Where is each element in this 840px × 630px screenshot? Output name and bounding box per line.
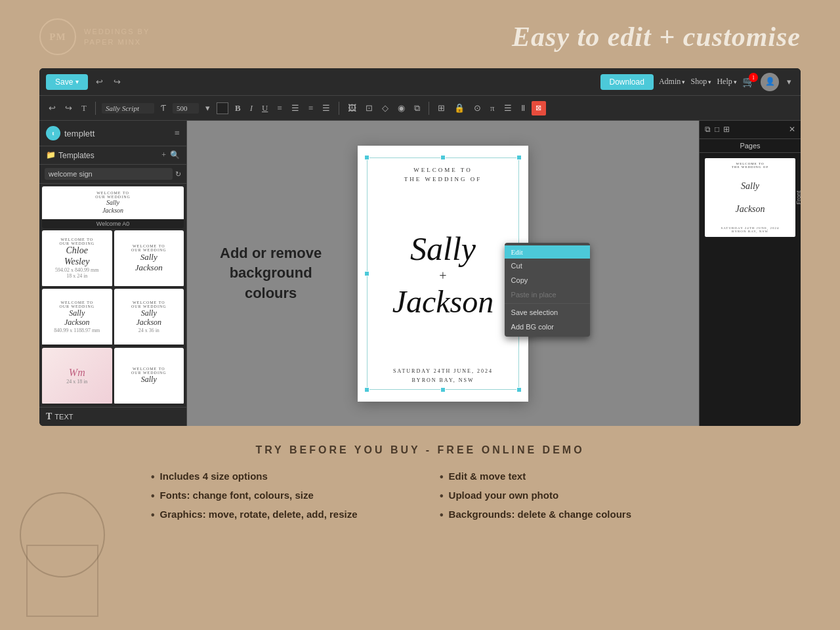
bold-icon[interactable]: B bbox=[232, 102, 243, 115]
crop-icon[interactable]: ⊡ bbox=[363, 102, 375, 115]
bullet-4: • bbox=[440, 471, 444, 483]
page-thumbnail[interactable]: WELCOME TOTHE WEDDING OF Sally Jackson S… bbox=[705, 158, 795, 237]
folder-icon: 📁 bbox=[46, 150, 56, 160]
list-item[interactable]: WELCOME TOOUR WEDDING ChloeWesley 594.02… bbox=[42, 230, 112, 287]
handle-bm[interactable] bbox=[440, 387, 446, 392]
handle-tr[interactable] bbox=[516, 155, 522, 160]
align-right-icon[interactable]: ≡ bbox=[306, 102, 316, 115]
list-item[interactable]: Wm 24 x 18 in bbox=[42, 348, 112, 404]
save-selection-menu-item[interactable]: Save selection bbox=[505, 305, 590, 320]
bullet-5: • bbox=[440, 490, 444, 502]
document-card[interactable]: WELCOME TO THE WEDDING OF Sally + Jackso… bbox=[358, 146, 528, 402]
features-grid: • Includes 4 size options • Edit & move … bbox=[151, 471, 689, 521]
bullet-3: • bbox=[151, 509, 155, 521]
right-panel-top: ⧉ □ ⊞ ✕ bbox=[700, 121, 801, 139]
list-item[interactable]: WELCOME TOOUR WEDDING SallyJackson 24 x … bbox=[114, 289, 184, 345]
handle-bl[interactable] bbox=[364, 387, 369, 392]
page-side-label: Front bbox=[795, 190, 801, 204]
paste-in-place-menu-item: Paste in place bbox=[505, 287, 590, 302]
handle-tl[interactable] bbox=[364, 155, 369, 160]
delete-button[interactable]: ⊠ bbox=[532, 101, 546, 116]
effects-icon[interactable]: ◉ bbox=[395, 102, 408, 115]
text-icon[interactable]: T bbox=[79, 102, 89, 115]
notification-button[interactable]: 🛒 1 bbox=[742, 75, 755, 88]
bullet-6: • bbox=[440, 509, 444, 521]
grid-icon[interactable]: ⊞ bbox=[435, 102, 448, 115]
font-name-field[interactable]: Sally Script bbox=[102, 103, 154, 114]
shapes-icon[interactable]: ◇ bbox=[379, 102, 391, 115]
add-bg-color-menu-item[interactable]: Add BG color bbox=[505, 320, 590, 334]
pages-panel-icon[interactable]: □ bbox=[715, 125, 719, 135]
plus-icon[interactable]: + bbox=[161, 150, 166, 160]
layers-icon[interactable]: ⧉ bbox=[411, 102, 423, 115]
context-menu[interactable]: Edit Cut Copy Paste in place Save select… bbox=[505, 243, 590, 337]
overlay-text: Add or remove background colours bbox=[220, 243, 322, 303]
font-size-expand-icon[interactable]: ▾ bbox=[203, 102, 213, 115]
text-size-icon[interactable]: Ⅱ bbox=[518, 102, 528, 115]
text-bottom-label[interactable]: TEXT bbox=[54, 413, 73, 421]
cut-menu-item[interactable]: Cut bbox=[505, 259, 590, 273]
handle-tm[interactable] bbox=[440, 155, 446, 160]
align-justify-icon[interactable]: ☰ bbox=[320, 102, 333, 115]
bullet-2: • bbox=[151, 490, 155, 502]
template-grid: WELCOME TOOUR WEDDING SallyJackson Welco… bbox=[39, 184, 186, 407]
shop-nav[interactable]: Shop bbox=[690, 77, 711, 87]
handle-lm[interactable] bbox=[364, 271, 369, 276]
target-icon[interactable]: ⊙ bbox=[471, 102, 484, 115]
copy-menu-item[interactable]: Copy bbox=[505, 273, 590, 287]
lock-icon[interactable]: 🔒 bbox=[452, 102, 467, 115]
underline-icon[interactable]: U bbox=[259, 102, 270, 115]
help-nav[interactable]: Help bbox=[717, 77, 737, 87]
image-icon[interactable]: 🖼 bbox=[345, 102, 359, 115]
redo-icon[interactable]: ↪ bbox=[111, 75, 123, 89]
undo-icon2[interactable]: ↩ bbox=[46, 102, 58, 115]
try-before-label: TRY BEFORE YOU BUY - FREE ONLINE DEMO bbox=[39, 444, 801, 456]
feature-item-3: • Graphics: move, rotate, delete, add, r… bbox=[151, 509, 400, 521]
download-button[interactable]: Download bbox=[600, 74, 654, 90]
list-item[interactable]: WELCOME TOOUR WEDDING SallyJackson 840.9… bbox=[42, 289, 112, 345]
page-thumb-name1: Sally bbox=[741, 181, 759, 191]
deco-square bbox=[26, 545, 98, 617]
align-left-icon[interactable]: ≡ bbox=[274, 102, 284, 115]
redo-icon2[interactable]: ↪ bbox=[62, 102, 75, 115]
editor-container: Save ↩ ↪ Download Admin Shop Help 🛒 1 👤 … bbox=[39, 68, 801, 426]
pi-icon[interactable]: π bbox=[488, 102, 497, 115]
app-name: templett bbox=[64, 129, 94, 138]
refresh-icon[interactable]: ↻ bbox=[175, 170, 181, 178]
user-avatar[interactable]: 👤 bbox=[761, 73, 779, 91]
template-label: Welcome A0 bbox=[42, 219, 184, 228]
templates-label: Templates bbox=[58, 151, 159, 160]
close-panel-icon[interactable]: ✕ bbox=[789, 125, 795, 135]
search-input[interactable] bbox=[45, 168, 173, 180]
toolbar-second: ↩ ↪ T Sally Script Ƭ 500 ▾ B I U ≡ ☰ ≡ ☰… bbox=[39, 96, 801, 121]
chevron-down-icon[interactable]: ▾ bbox=[784, 75, 794, 89]
panel-options-icon[interactable]: ⊞ bbox=[723, 125, 730, 135]
hamburger-icon[interactable]: ≡ bbox=[175, 128, 180, 138]
panel-bottom: T TEXT bbox=[39, 407, 186, 426]
font-options-icon[interactable]: Ƭ bbox=[158, 102, 169, 115]
toolbar-top: Save ↩ ↪ Download Admin Shop Help 🛒 1 👤 … bbox=[39, 68, 801, 96]
panel-header: t templett ≡ bbox=[39, 121, 186, 146]
list-icon[interactable]: ☰ bbox=[501, 102, 514, 115]
canvas-area[interactable]: Add or remove background colours WELCOME… bbox=[187, 121, 699, 426]
align-center-icon[interactable]: ☰ bbox=[289, 102, 302, 115]
search-icon[interactable]: 🔍 bbox=[170, 150, 180, 160]
color-swatch[interactable] bbox=[217, 102, 228, 114]
notif-badge: 1 bbox=[749, 73, 758, 82]
handle-br[interactable] bbox=[516, 387, 522, 392]
save-button[interactable]: Save bbox=[46, 74, 88, 90]
list-item[interactable]: WELCOME TOOUR WEDDING SallyJackson Welco… bbox=[114, 230, 184, 287]
italic-icon[interactable]: I bbox=[247, 102, 255, 115]
admin-nav[interactable]: Admin bbox=[659, 77, 686, 87]
page-thumb-welcome: WELCOME TOTHE WEDDING OF bbox=[732, 162, 768, 169]
doc-names: Sally + Jackson bbox=[392, 231, 494, 320]
panel-nav: 📁 Templates + 🔍 bbox=[39, 146, 186, 165]
list-item[interactable]: WELCOME TOOUR WEDDING SallyJackson Welco… bbox=[42, 186, 184, 228]
layers-panel-icon[interactable]: ⧉ bbox=[705, 125, 711, 135]
logo-text: WEDDINGS BY PAPER MINX bbox=[84, 26, 150, 48]
doc-date: SATURDAY 24TH JUNE, 2024 BYRON BAY, NSW bbox=[393, 367, 493, 386]
undo-icon[interactable]: ↩ bbox=[93, 75, 106, 89]
header: PM WEDDINGS BY PAPER MINX Easy to edit +… bbox=[0, 0, 840, 68]
list-item[interactable]: WELCOME TOOUR WEDDING Sally bbox=[114, 348, 184, 404]
font-size-field[interactable]: 500 bbox=[173, 103, 199, 114]
